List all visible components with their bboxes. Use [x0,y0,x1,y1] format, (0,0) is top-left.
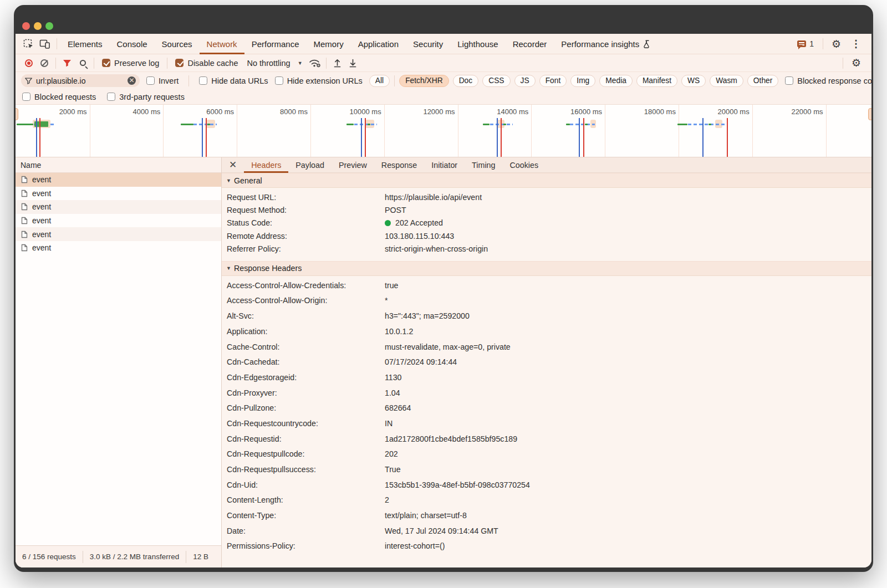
request-name: event [32,189,51,198]
upload-icon [333,59,341,68]
checkbox-icon [22,93,30,101]
tab-performance-insights[interactable]: Performance insights [554,34,657,54]
pill-js[interactable]: JS [514,75,536,87]
request-row[interactable]: event [16,187,221,201]
hide-data-urls-checkbox[interactable]: Hide data URLs [199,76,268,85]
response-header-row: Content-Length: 2 [222,493,871,508]
tab-payload[interactable]: Payload [288,157,332,173]
pill-media[interactable]: Media [599,75,633,87]
header-name: Cdn-Uid: [227,480,385,489]
blocked-requests-checkbox[interactable]: Blocked requests [22,93,96,101]
overview-right-handle[interactable] [868,108,871,120]
preserve-log-checkbox[interactable]: Preserve log [98,59,164,68]
issues-button[interactable]: 1 [792,39,819,48]
network-status-bar: 6 / 156 requests 3.0 kB / 2.2 MB transfe… [16,545,221,567]
tab-preview[interactable]: Preview [332,157,374,173]
general-value: 103.180.115.10:443 [385,232,871,241]
overview-left-handle[interactable] [16,108,18,120]
tab-sources[interactable]: Sources [155,34,200,54]
tab-memory[interactable]: Memory [307,34,351,54]
tab-performance[interactable]: Performance [244,34,307,54]
filter-input-box[interactable]: ✕ [21,74,140,87]
close-details-icon[interactable]: ✕ [222,160,244,170]
waterfall-green-segment [585,124,588,125]
pill-other[interactable]: Other [747,75,779,87]
header-value: True [385,465,871,474]
general-row: Referrer Policy: strict-origin-when-cros… [222,243,871,255]
header-value: must-revalidate, max-age=0, private [385,342,871,351]
inspect-element-button[interactable] [20,36,37,52]
request-name: event [32,175,51,184]
tab-recorder[interactable]: Recorder [506,34,554,54]
issues-count: 1 [809,39,814,48]
response-header-row: Cdn-Requestid: 1ad2172800f1cbe4bdef1585b… [222,431,871,447]
divider [326,58,327,69]
tab-lighthouse[interactable]: Lighthouse [450,34,505,54]
close-window-button[interactable] [22,22,30,30]
tab-console[interactable]: Console [110,34,155,54]
load-event-line [501,118,502,157]
tab-application[interactable]: Application [351,34,406,54]
timeline-gridline [826,105,827,157]
clear-network-log-button[interactable] [37,56,52,70]
pill-css[interactable]: CSS [482,75,510,87]
disable-cache-checkbox[interactable]: Disable cache [171,59,242,68]
pill-font[interactable]: Font [539,75,567,87]
pill-img[interactable]: Img [570,75,595,87]
pill-wasm[interactable]: Wasm [710,75,743,87]
export-har-button[interactable] [345,56,361,70]
header-name: Access-Control-Allow-Credentials: [227,281,385,290]
record-network-log-button[interactable] [21,56,37,70]
filter-input[interactable] [36,76,114,85]
header-value: true [385,281,871,290]
tab-network[interactable]: Network [200,34,244,54]
hide-extension-urls-checkbox[interactable]: Hide extension URLs [275,76,363,85]
response-headers-section-header[interactable]: ▼ Response Headers [222,261,871,276]
import-har-button[interactable] [330,56,345,70]
maximize-window-button[interactable] [45,22,53,30]
pill-all[interactable]: All [369,75,390,87]
divider [843,58,843,69]
header-name: Date: [227,526,385,535]
minimize-window-button[interactable] [34,22,42,30]
general-section-header[interactable]: ▼ General [222,173,871,188]
triangle-down-icon: ▼ [226,178,231,183]
name-column-header[interactable]: Name [16,157,221,173]
load-event-line [39,118,40,157]
search-button[interactable] [75,56,90,70]
request-row[interactable]: event [16,200,221,214]
request-row[interactable]: event [16,241,221,255]
response-header-row: Cache-Control: must-revalidate, max-age=… [222,339,871,355]
pill-ws[interactable]: WS [681,75,706,87]
network-settings-gear-icon[interactable]: ⚙ [847,58,866,68]
tab-headers[interactable]: Headers [244,157,288,173]
tab-security[interactable]: Security [406,34,450,54]
pill-fetch-xhr[interactable]: Fetch/XHR [399,75,448,87]
request-row[interactable]: event [16,214,221,228]
third-party-requests-checkbox[interactable]: 3rd-party requests [107,93,185,101]
pill-doc[interactable]: Doc [453,75,479,87]
checkbox-icon [107,93,115,101]
request-row[interactable]: event [16,227,221,241]
header-value: IN [385,419,871,428]
tab-response[interactable]: Response [374,157,424,173]
throttling-select[interactable]: No throttling ▼ [242,59,307,68]
tab-initiator[interactable]: Initiator [424,157,465,173]
invert-checkbox[interactable]: Invert [146,76,179,85]
toggle-device-toolbar-button[interactable] [37,36,53,52]
load-event-line [727,118,728,157]
request-row[interactable]: event [16,173,221,187]
tab-timing[interactable]: Timing [465,157,502,173]
pill-manifest[interactable]: Manifest [636,75,677,87]
timeline-overview[interactable]: 2000 ms4000 ms6000 ms8000 ms10000 ms1200… [16,105,871,157]
settings-gear-icon[interactable]: ⚙ [827,39,846,49]
network-conditions-button[interactable] [307,56,323,70]
clear-filter-icon[interactable]: ✕ [128,76,136,85]
more-options-icon[interactable]: ⋮ [846,38,866,50]
document-icon [21,190,28,197]
tab-elements[interactable]: Elements [60,34,110,54]
blocked-response-cookies-checkbox[interactable]: Blocked response cookies [785,76,871,85]
titlebar[interactable] [14,5,873,34]
tab-cookies[interactable]: Cookies [502,157,546,173]
filter-toggle-button[interactable] [59,56,75,70]
